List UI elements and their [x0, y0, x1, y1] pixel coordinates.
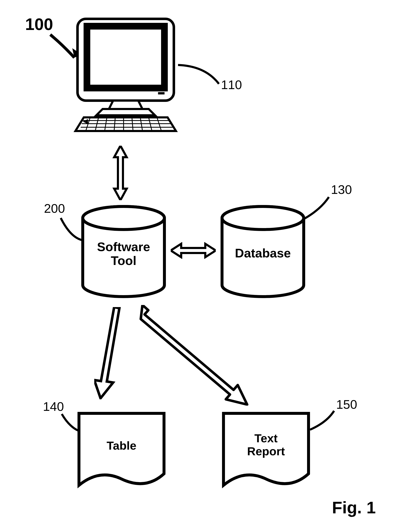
figure-caption: Fig. 1: [332, 498, 376, 517]
ref-130: 130: [331, 182, 352, 197]
software-tool-label-line2: Tool: [111, 254, 136, 268]
text-report-label: Text Report: [221, 432, 311, 458]
svg-point-14: [83, 206, 164, 229]
ref-150: 150: [336, 397, 357, 412]
text-report-label-line1: Text: [254, 432, 278, 445]
table-label: Table: [76, 439, 167, 452]
arrow-tool-table: [94, 307, 128, 399]
ref-200: 200: [44, 201, 65, 216]
figure-canvas: 100 110 200 130 140 150 Fig. 1: [0, 0, 403, 532]
software-tool-label-line1: Software: [97, 240, 150, 254]
computer-icon: [71, 15, 180, 136]
database-label: Database: [219, 246, 307, 260]
svg-point-16: [222, 206, 304, 229]
arrow-computer-tool: [112, 146, 129, 200]
software-tool-label: Software Tool: [80, 240, 167, 268]
ref-110: 110: [221, 77, 242, 92]
text-report-label-line2: Report: [247, 445, 285, 458]
arrow-tool-database: [171, 242, 216, 259]
lead-lines: [0, 0, 403, 532]
svg-rect-2: [158, 92, 164, 94]
svg-rect-1: [87, 26, 164, 88]
ref-100: 100: [25, 15, 53, 34]
ref-140: 140: [43, 399, 64, 414]
arrow-tool-report: [138, 305, 255, 405]
